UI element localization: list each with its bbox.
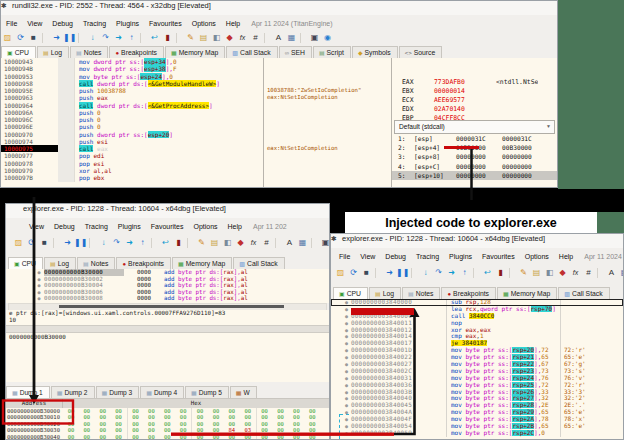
hash-icon[interactable]: #	[249, 33, 262, 43]
menu-item-favourites[interactable]: Favourites	[146, 223, 189, 230]
breakpoint-dot-icon[interactable]: ●	[331, 306, 351, 313]
open-file-icon[interactable]: ▨	[1, 33, 14, 43]
step-into-icon[interactable]: ↓	[419, 268, 432, 278]
tab-script[interactable]: ▤Script	[313, 46, 351, 58]
pencil-icon[interactable]: ✎	[195, 238, 208, 248]
tab-call-stack[interactable]: ▥Call Stack	[226, 46, 277, 58]
arguments-pane[interactable]: 1:[esp]0000031C0000031C2:[esp+4]00B30000…	[392, 134, 557, 187]
font-icon[interactable]: A	[605, 268, 618, 278]
breakpoint-dot-icon[interactable]: ●	[34, 269, 44, 276]
step-out-icon[interactable]: ↑	[458, 268, 471, 278]
menu-item-debug[interactable]: Debug	[380, 253, 411, 260]
breakpoint-dot-icon[interactable]: ●	[331, 327, 351, 334]
disassembly-pane[interactable]: ●0000000000B300000000add byte ptr ds:[ra…	[6, 269, 329, 303]
register-row[interactable]: ECXAEE69577	[392, 96, 557, 105]
tab-memory-map[interactable]: ▦Memory Map	[497, 287, 557, 299]
breakpoint-dot-icon[interactable]: ●	[331, 430, 351, 437]
menu-item-view[interactable]: View	[22, 20, 47, 27]
tab-notes[interactable]: ▤Notes	[402, 287, 440, 299]
debug-stop-icon[interactable]: ▮	[161, 33, 174, 43]
menu-item-view[interactable]: View	[24, 223, 49, 230]
dump-tab-dump-5[interactable]: ▦Dump 5	[185, 386, 229, 398]
menu-item-tracing[interactable]: Tracing	[78, 20, 111, 27]
breakpoint-dot-icon[interactable]: ●	[331, 313, 351, 320]
disasm-row[interactable]: ●0000000003840059mov byte ptr ss:[rsp+2C…	[331, 430, 623, 437]
font-icon[interactable]: A	[283, 238, 296, 248]
disasm-row[interactable]: 1000D970push dword ptr ss:[esp+20]	[1, 131, 263, 138]
menu-item-plugins[interactable]: Plugins	[444, 253, 477, 260]
scrollbar-thumb[interactable]	[59, 305, 284, 308]
font-icon[interactable]: A	[272, 33, 285, 43]
calling-convention-select[interactable]: Default (stdcall) ▼	[394, 120, 555, 134]
menu-item-plugins[interactable]: Plugins	[111, 20, 144, 27]
breakpoint-dot-icon[interactable]: ●	[331, 320, 351, 327]
disasm-row[interactable]: 1000D958call dword ptr ds:[<&GetModuleHa…	[1, 80, 263, 87]
disassembly-pane[interactable]: 1000D943mov dword ptr ss:[esp+34],01000D…	[1, 58, 263, 187]
step-over-icon[interactable]: ↷	[432, 268, 445, 278]
tab-call-stack[interactable]: ▥Call Stack	[558, 287, 609, 299]
debug-stop-icon[interactable]: ▮	[494, 268, 507, 278]
run-to-user-icon[interactable]: ➜	[123, 238, 136, 248]
menu-item-help[interactable]: Help	[221, 20, 245, 27]
run-icon[interactable]: ➜	[383, 268, 396, 278]
tab-cpu[interactable]: ▣CPU	[8, 257, 43, 269]
disasm-row[interactable]: 1000D96Epush 0	[1, 123, 263, 130]
disasm-row[interactable]: 1000D96Cpush 0	[1, 116, 263, 123]
disasm-row[interactable]: 1000D977pop edi	[1, 152, 263, 159]
run-to-user-icon[interactable]: ➜	[112, 33, 125, 43]
calc-icon[interactable]: ▣	[308, 33, 321, 43]
disasm-row[interactable]: 1000D978pop esi	[1, 160, 263, 167]
close-icon[interactable]: ■	[27, 33, 40, 43]
open-file-icon[interactable]: ▨	[334, 268, 347, 278]
pencil-icon[interactable]: ✎	[517, 268, 530, 278]
pause-icon[interactable]: ❚❚	[396, 268, 409, 278]
debug-stop-icon[interactable]: ▮	[172, 238, 185, 248]
breakpoint-dot-icon[interactable]: ●	[331, 389, 351, 396]
tab-memory-map[interactable]: ▦Memory Map	[172, 257, 232, 269]
dump-tab-w[interactable]: ▦W	[230, 386, 257, 398]
argument-row[interactable]: 1:[esp]0000031C0000031C	[392, 134, 557, 143]
tab-log[interactable]: ▤Log	[369, 287, 401, 299]
menu-item-help[interactable]: Help	[223, 223, 247, 230]
title-bar[interactable]: ✱ explorer.exe - PID: 1228 - Thread: 106…	[331, 234, 623, 249]
close-icon[interactable]: ■	[360, 268, 373, 278]
disassembly-pane[interactable]: ●0000000003840000sub rsp,128●lea rcx,qwo…	[331, 299, 623, 439]
breakpoint-dot-icon[interactable]: ●	[331, 416, 351, 423]
breakpoint-dot-icon[interactable]: ●	[331, 375, 351, 382]
register-row[interactable]: EDX02A70140	[392, 105, 557, 114]
title-bar[interactable]: ✱ rundll32.exe - PID: 2552 - Thread: 456…	[1, 1, 557, 16]
restart-icon[interactable]: ⟳	[25, 238, 38, 248]
disasm-row[interactable]: ●0000000000B300080000add byte ptr ds:[ra…	[6, 295, 329, 302]
breakpoint-dot-icon[interactable]: ●	[331, 368, 351, 375]
calc-icon[interactable]: ▣	[319, 238, 329, 248]
register-row[interactable]: EBX00000014	[392, 87, 557, 96]
pencil-icon[interactable]: ✎	[184, 33, 197, 43]
tab-call-stack[interactable]: ▥Call Stack	[233, 257, 284, 269]
tab-notes[interactable]: ▤Notes	[70, 46, 108, 58]
tab-cpu[interactable]: ▣CPU	[1, 46, 36, 58]
disasm-row[interactable]: 1000D94Bmov dword ptr ss:[esp+38],F	[1, 65, 263, 72]
eraser-icon[interactable]: ◆	[234, 238, 247, 248]
memory-icon[interactable]: ▦	[296, 238, 309, 248]
step-out-icon[interactable]: ↑	[136, 238, 149, 248]
argument-row[interactable]: 2:[esp+4]00B3000000B30000	[392, 143, 557, 152]
eraser-icon[interactable]: ◆	[556, 268, 569, 278]
disasm-row[interactable]: ●0000000003840000sub rsp,128	[331, 299, 623, 306]
disasm-row[interactable]: ●0000000000B300020000add byte ptr ds:[ra…	[6, 276, 329, 283]
dump-pane[interactable]: 0000000000B30000000000000000000000000000…	[6, 408, 329, 439]
tab-log[interactable]: ▤Log	[44, 257, 76, 269]
disasm-row[interactable]: 1000D95Epush 10038788	[1, 87, 263, 94]
dump-row[interactable]: 0000000000B30040000000000000000000000000…	[6, 434, 329, 439]
menu-item-options[interactable]: Options	[187, 20, 221, 27]
close-icon[interactable]: ■	[38, 238, 51, 248]
run-icon[interactable]: ➜	[61, 238, 74, 248]
memory-icon[interactable]: ▦	[618, 268, 623, 278]
disasm-row[interactable]: ●0000000000B300060000add byte ptr ds:[ra…	[6, 289, 329, 296]
back-icon[interactable]: ↩	[481, 268, 494, 278]
menu-item-options[interactable]: Options	[188, 223, 222, 230]
fx-icon[interactable]: fx	[247, 238, 260, 248]
disasm-row[interactable]: 1000D979xor al,al	[1, 167, 263, 174]
tab-notes[interactable]: ▤Notes	[77, 257, 115, 269]
breakpoint-dot-icon[interactable]: ●	[331, 354, 351, 361]
disasm-row[interactable]: 1000D97Bpop ebx	[1, 174, 263, 181]
